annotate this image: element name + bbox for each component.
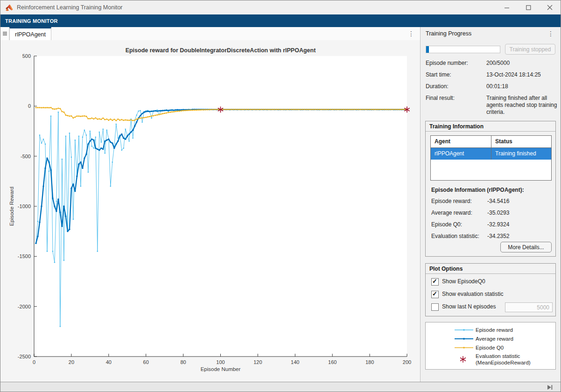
- svg-text:80: 80: [180, 359, 186, 365]
- legend-panel: Episode reward Average reward Episode Q0…: [425, 322, 556, 370]
- agent-cell: rlPPOAgent: [431, 148, 491, 160]
- window-controls: [496, 0, 561, 14]
- average-reward-value: -35.0293: [487, 210, 509, 216]
- episode-q0-label: Episode Q0:: [431, 221, 462, 228]
- legend-item-evaluation-statistic: Evaluation statistic (MeanEpisodeReward): [426, 352, 555, 367]
- duration-value: 00:01:18: [486, 83, 557, 90]
- svg-text:60: 60: [143, 359, 149, 365]
- svg-text:Episode reward for DoubleInteg: Episode reward for DoubleIntegratorDiscr…: [126, 47, 316, 54]
- agent-status-table: Agent Status rlPPOAgent Training finishe…: [430, 135, 552, 181]
- show-episodeq0-checkbox[interactable]: [431, 278, 439, 286]
- status-column-header: Status: [491, 136, 551, 147]
- more-details-button[interactable]: More Details...: [500, 242, 552, 252]
- legend-item-average-reward: Average reward: [426, 335, 555, 343]
- document-tab-bar: rlPPOAgent ⋮: [0, 27, 420, 41]
- legend-item-episode-reward: Episode reward: [426, 326, 555, 335]
- training-stopped-button[interactable]: Training stopped: [505, 44, 555, 55]
- svg-text:Episode Reward: Episode Reward: [9, 187, 14, 226]
- plot-options-header: Plot Options: [426, 264, 555, 274]
- panel-actions-kebab-icon[interactable]: ⋮: [547, 30, 554, 37]
- tab-list-button[interactable]: [0, 27, 9, 40]
- maximize-icon: [526, 5, 531, 10]
- average-reward-label: Average reward:: [431, 210, 472, 216]
- status-bar: [0, 382, 561, 392]
- final-result-label: Final result:: [426, 95, 455, 101]
- chart-region: 5000-500-1000-1500-2000-2500020406080100…: [0, 40, 420, 382]
- close-icon: [547, 5, 553, 10]
- plot-options-panel: Plot Options Show EpisodeQ0 Show evaluat…: [425, 263, 556, 316]
- svg-text:-1000: -1000: [18, 203, 31, 209]
- tab-list-icon: [3, 31, 7, 36]
- expand-panel-icon[interactable]: [547, 385, 553, 390]
- training-information-header: Training Information: [426, 121, 555, 132]
- episode-information-title: Episode Information (rlPPOAgent):: [431, 187, 524, 193]
- agent-column-header: Agent: [431, 136, 491, 147]
- show-evaluation-statistic-checkbox[interactable]: [431, 291, 439, 298]
- final-result-value: Training finished after all agents reach…: [486, 95, 557, 116]
- episode-number-value: 200/5000: [486, 60, 557, 67]
- svg-text:-2000: -2000: [18, 304, 31, 309]
- table-header-row: Agent Status: [431, 136, 551, 148]
- svg-text:180: 180: [365, 359, 374, 365]
- reward-chart: 5000-500-1000-1500-2000-2500020406080100…: [0, 40, 420, 382]
- last-n-episodes-input[interactable]: [505, 302, 553, 312]
- training-progress-panel: Training stopped Episode number: 200/500…: [421, 40, 561, 382]
- toolstrip-tab-training-monitor[interactable]: TRAINING MONITOR: [5, 18, 58, 24]
- svg-text:140: 140: [291, 359, 299, 365]
- svg-text:20: 20: [69, 359, 74, 365]
- window-title: Reinforcement Learning Training Monitor: [17, 4, 123, 11]
- start-time-value: 13-Oct-2024 18:14:25: [486, 71, 557, 78]
- matlab-logo-icon: [5, 4, 13, 12]
- legend-item-episode-q0: Episode Q0: [426, 344, 555, 352]
- show-last-n-episodes-checkbox[interactable]: [431, 303, 439, 311]
- show-last-n-episodes-label: Show last N episodes: [442, 303, 496, 310]
- training-progress-bar: [426, 46, 500, 53]
- svg-text:160: 160: [328, 359, 337, 365]
- episode-reward-line-sample: [455, 328, 473, 332]
- minimize-button[interactable]: [496, 0, 518, 14]
- document-actions-kebab-icon[interactable]: ⋮: [408, 30, 414, 37]
- svg-text:-500: -500: [21, 154, 31, 159]
- evaluation-statistic-label: Evaluation statistic:: [431, 233, 479, 239]
- svg-text:-1500: -1500: [18, 253, 31, 259]
- episode-reward-value: -34.5416: [487, 198, 509, 204]
- evaluation-statistic-asterisk-sample: [459, 356, 467, 363]
- close-button[interactable]: [539, 0, 561, 14]
- tab-label: rlPPOAgent: [15, 31, 46, 38]
- svg-text:40: 40: [106, 359, 112, 365]
- show-evaluation-statistic-label: Show evaluation statistic: [442, 291, 503, 297]
- toolstrip: TRAINING MONITOR: [0, 14, 561, 27]
- svg-text:Episode Number: Episode Number: [201, 366, 241, 372]
- app-window: Reinforcement Learning Training Monitor …: [0, 0, 561, 392]
- episode-q0-value: -32.9324: [487, 221, 509, 228]
- maximize-button[interactable]: [518, 0, 539, 14]
- svg-text:500: 500: [22, 53, 31, 59]
- svg-text:120: 120: [253, 359, 262, 365]
- show-episodeq0-label: Show EpisodeQ0: [442, 278, 485, 285]
- average-reward-line-sample: [455, 336, 473, 341]
- episode-reward-label: Episode reward:: [431, 198, 472, 204]
- svg-text:0: 0: [33, 359, 35, 365]
- svg-text:0: 0: [28, 103, 31, 109]
- episode-q0-line-sample: [455, 345, 473, 350]
- episode-number-label: Episode number:: [426, 60, 468, 66]
- minimize-icon: [505, 5, 510, 10]
- training-information-title: Training Information: [429, 123, 484, 130]
- svg-text:100: 100: [216, 359, 224, 365]
- svg-text:-2500: -2500: [18, 354, 31, 359]
- right-panel-title: Training Progress: [426, 30, 471, 37]
- table-row[interactable]: rlPPOAgent Training finished: [431, 148, 551, 160]
- svg-text:200: 200: [403, 359, 411, 365]
- tab-rlppoagent[interactable]: rlPPOAgent: [9, 27, 51, 40]
- training-progress-header: Training Progress ⋮: [421, 27, 561, 41]
- window-titlebar: Reinforcement Learning Training Monitor: [0, 0, 561, 14]
- plot-options-title: Plot Options: [429, 266, 463, 272]
- training-information-panel: Training Information Agent Status rlPPOA…: [425, 121, 556, 257]
- status-cell: Training finished: [491, 148, 551, 160]
- start-time-label: Start time:: [426, 71, 451, 78]
- progress-fill: [426, 46, 429, 53]
- duration-label: Duration:: [426, 83, 449, 90]
- evaluation-statistic-value: -34.2352: [487, 233, 509, 239]
